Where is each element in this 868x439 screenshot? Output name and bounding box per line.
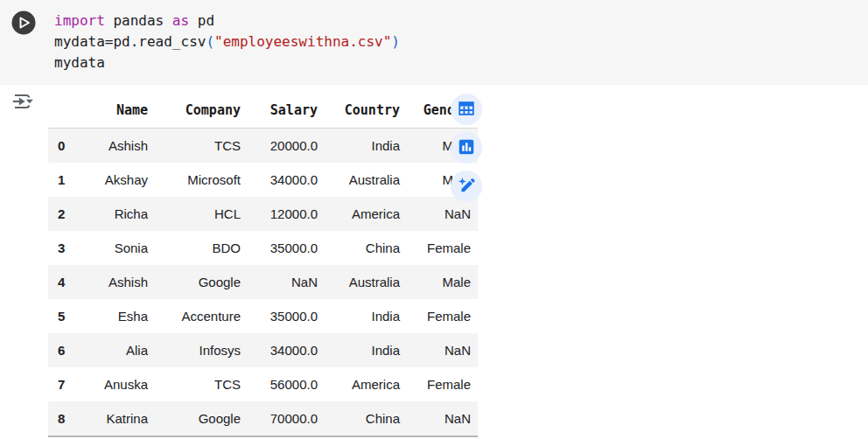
interactive-table-button[interactable] [451, 94, 482, 125]
table-cell: Australia [325, 265, 407, 299]
table-cell: China [325, 401, 407, 436]
column-header: Name [78, 93, 155, 129]
table-cell: Anuska [78, 367, 155, 401]
code-line: import pandas as pd [54, 10, 400, 31]
table-row: 8KatrinaGoogle70000.0ChinaNaN [48, 401, 478, 436]
table-cell: Ashish [78, 129, 155, 164]
suggest-charts-button[interactable] [451, 132, 482, 164]
generate-code-button[interactable] [451, 171, 482, 202]
table-cell: 70000.0 [248, 401, 325, 436]
table-cell: Ashish [78, 265, 155, 299]
row-index: 2 [48, 197, 78, 231]
row-index: 3 [48, 231, 78, 265]
table-cell: America [325, 197, 407, 231]
row-index: 5 [48, 299, 78, 333]
table-icon [457, 99, 476, 121]
table-cell: Katrina [78, 401, 155, 436]
table-cell: Accenture [155, 299, 248, 333]
code-line: mydata=pd.read_csv("employeeswithna.csv"… [54, 31, 400, 52]
table-cell: Female [407, 367, 478, 401]
index-column-header [48, 93, 78, 129]
table-cell: Esha [78, 299, 155, 333]
output-options-icon[interactable] [9, 88, 35, 115]
table-row: 0AshishTCS20000.0IndiaMale [48, 129, 478, 164]
table-cell: TCS [155, 129, 248, 164]
code-editor[interactable]: import pandas as pdmydata=pd.read_csv("e… [54, 10, 400, 73]
table-cell: Akshay [78, 163, 155, 197]
code-token: as [172, 12, 189, 29]
table-cell: India [325, 299, 407, 333]
table-row: 4AshishGoogleNaNAustraliaMale [48, 265, 478, 299]
column-header: Country [325, 93, 407, 129]
row-index: 6 [48, 333, 78, 367]
table-cell: 35000.0 [248, 299, 325, 333]
table-cell: BDO [155, 231, 248, 265]
table-cell: Alia [78, 333, 155, 367]
table-row: 3SoniaBDO35000.0ChinaFemale [48, 231, 478, 265]
table-row: 1AkshayMicrosoft34000.0AustraliaMale [48, 163, 478, 197]
table-cell: 34000.0 [248, 163, 325, 197]
table-cell: India [325, 333, 407, 367]
code-token: ( [206, 33, 214, 50]
dataframe-actions [451, 94, 482, 202]
table-cell: Google [155, 265, 248, 299]
table-cell: 20000.0 [248, 129, 325, 164]
table-row: 5EshaAccenture35000.0IndiaFemale [48, 299, 478, 333]
table-cell: Microsoft [155, 163, 248, 197]
table-cell: Google [155, 401, 248, 436]
bar-chart-icon [457, 137, 476, 159]
table-cell: Australia [325, 163, 407, 197]
table-cell: 56000.0 [248, 367, 325, 401]
row-index: 0 [48, 129, 78, 164]
notebook-cell: import pandas as pdmydata=pd.read_csv("e… [0, 0, 868, 439]
table-cell: Sonia [78, 231, 155, 265]
code-token: import [54, 12, 105, 29]
table-cell: 35000.0 [248, 231, 325, 265]
table-cell: NaN [407, 333, 478, 367]
code-token: ) [391, 33, 400, 50]
table-cell: America [325, 367, 407, 401]
table-cell: NaN [407, 401, 478, 436]
table-cell: HCL [155, 197, 248, 231]
row-index: 4 [48, 265, 78, 299]
run-cell-button[interactable] [10, 10, 37, 36]
code-line: mydata [54, 52, 400, 73]
row-index: 8 [48, 401, 78, 436]
table-header-row: NameCompanySalaryCountryGender [48, 93, 478, 129]
code-token: mydata=pd.read_csv [54, 33, 206, 50]
table-cell: China [325, 231, 407, 265]
column-header: Company [155, 93, 248, 129]
table-cell: Female [407, 231, 478, 265]
row-index: 7 [48, 367, 78, 401]
table-cell: India [325, 129, 407, 164]
table-row: 6AliaInfosys34000.0IndiaNaN [48, 333, 478, 367]
table-cell: Infosys [155, 333, 248, 367]
table-row: 7AnuskaTCS56000.0AmericaFemale [48, 367, 478, 401]
magic-pencil-icon [457, 176, 476, 198]
table-cell: 12000.0 [248, 197, 325, 231]
code-token: pandas [105, 12, 172, 29]
table-cell: NaN [248, 265, 325, 299]
code-token: pd [189, 12, 214, 29]
table-cell: Richa [78, 197, 155, 231]
table-cell: Male [407, 265, 478, 299]
table-cell: 34000.0 [248, 333, 325, 367]
row-index: 1 [48, 163, 78, 197]
table-row: 2RichaHCL12000.0AmericaNaN [48, 197, 478, 231]
dataframe-table: NameCompanySalaryCountryGender 0AshishTC… [48, 93, 478, 437]
code-cell: import pandas as pdmydata=pd.read_csv("e… [0, 0, 868, 85]
code-token: mydata [54, 54, 105, 71]
table-cell: Female [407, 299, 478, 333]
code-token: "employeeswithna.csv" [214, 33, 391, 50]
play-icon [10, 25, 37, 38]
table-cell: TCS [155, 367, 248, 401]
column-header: Salary [248, 93, 325, 129]
